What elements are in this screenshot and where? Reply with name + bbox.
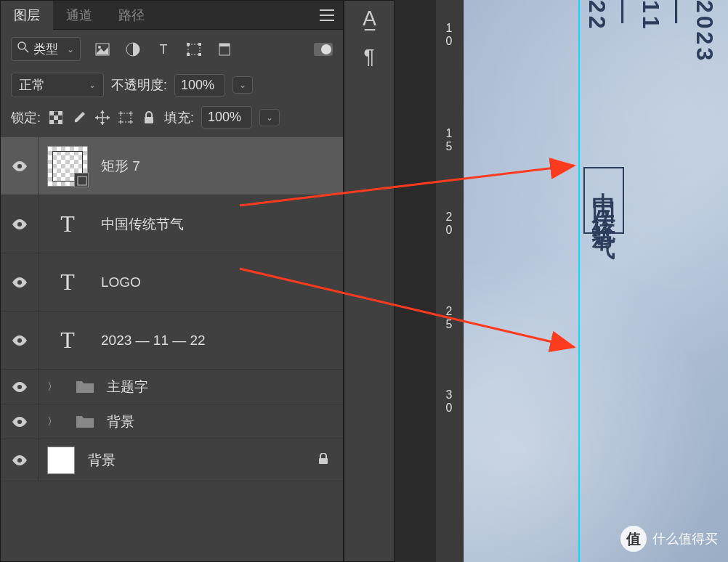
date-day: 22 (584, 0, 610, 32)
tool-strip: A̲ ¶ (344, 0, 395, 562)
shape-badge-icon (74, 173, 89, 187)
filter-type-icon[interactable]: T (155, 41, 172, 58)
svg-rect-19 (54, 115, 58, 120)
filter-smartobject-icon[interactable] (216, 41, 233, 58)
ruler-mark: 25 (435, 305, 463, 331)
svg-rect-20 (49, 120, 54, 124)
svg-text:T: T (160, 43, 168, 56)
svg-point-30 (17, 420, 22, 424)
visibility-icon[interactable] (12, 335, 27, 346)
svg-rect-21 (58, 120, 62, 124)
canvas-date-text[interactable]: 2023—11—22 (583, 0, 718, 63)
lock-icon[interactable] (318, 453, 328, 468)
layer-name[interactable]: 背景 (107, 412, 134, 431)
lock-transparency-icon[interactable] (48, 110, 64, 126)
filter-type-dropdown[interactable]: 类型 ⌄ (11, 37, 81, 61)
filter-adjustment-icon[interactable] (124, 41, 142, 58)
search-icon (17, 41, 29, 57)
opacity-input[interactable]: 100% (174, 74, 225, 97)
text-layer-icon: T (47, 320, 88, 361)
canvas[interactable]: 2023—11—22 中国传统节气 (464, 0, 728, 562)
filter-pixel-icon[interactable] (94, 41, 111, 58)
svg-rect-11 (198, 43, 201, 46)
svg-point-27 (17, 280, 22, 285)
svg-rect-22 (121, 113, 131, 122)
guide-line[interactable] (578, 0, 580, 562)
ruler-mark: 15 (435, 127, 463, 153)
visibility-icon[interactable] (12, 277, 27, 288)
tab-channels[interactable]: 通道 (53, 1, 105, 30)
layer-item-group2[interactable]: 〉 背景 (1, 404, 343, 439)
filter-type-label: 类型 (33, 41, 58, 57)
visibility-icon[interactable] (12, 219, 27, 229)
ruler-mark: 10 (435, 22, 463, 48)
svg-rect-32 (319, 458, 328, 464)
chevron-down-icon: ⌄ (89, 80, 96, 90)
lock-artboard-icon[interactable] (118, 110, 134, 126)
visibility-icon[interactable] (12, 161, 27, 171)
svg-point-28 (17, 338, 22, 343)
opacity-dropdown-icon[interactable]: ⌄ (232, 76, 253, 94)
svg-rect-12 (187, 53, 190, 56)
svg-rect-10 (187, 43, 190, 46)
blend-row: 正常 ⌄ 不透明度: 100% ⌄ (1, 68, 343, 102)
fill-label: 填充: (164, 109, 194, 126)
ruler-mark: 20 (435, 211, 463, 237)
panel-menu-icon[interactable] (320, 9, 334, 21)
filter-toggle[interactable] (314, 43, 333, 56)
folder-icon (76, 415, 94, 429)
layer-item-group1[interactable]: 〉 主题字 (1, 370, 343, 404)
lock-position-icon[interactable] (94, 110, 110, 126)
layer-item-logo[interactable]: T LOGO (1, 253, 343, 311)
layer-thumbnail[interactable] (47, 447, 75, 474)
lock-label: 锁定: (11, 109, 41, 126)
layer-name[interactable]: LOGO (101, 274, 141, 290)
filter-shape-icon[interactable] (185, 41, 203, 58)
svg-point-31 (17, 458, 22, 463)
layer-item-background[interactable]: 背景 (1, 439, 343, 481)
watermark-badge: 值 (620, 526, 647, 552)
layer-item-text1[interactable]: T 中国传统节气 (1, 195, 343, 253)
visibility-icon[interactable] (12, 382, 27, 392)
tab-paths[interactable]: 路径 (105, 1, 158, 30)
tab-layers[interactable]: 图层 (1, 1, 53, 30)
svg-rect-0 (320, 9, 334, 11)
date-month: 11 (638, 0, 664, 32)
svg-point-3 (18, 42, 25, 49)
svg-rect-15 (219, 44, 230, 46)
blend-mode-value: 正常 (19, 76, 45, 94)
fill-dropdown-icon[interactable]: ⌄ (259, 109, 280, 126)
layer-name[interactable]: 矩形 7 (101, 157, 140, 176)
ruler-vertical[interactable]: 10 15 20 25 30 (436, 0, 464, 562)
layer-name[interactable]: 主题字 (107, 378, 148, 396)
paragraph-icon[interactable]: ¶ (363, 45, 374, 68)
ruler-mark: 30 (435, 388, 463, 415)
layer-list: 矩形 7 T 中国传统节气 T LOGO T 2023 — 11 — 22 (1, 137, 343, 481)
layer-item-rect7[interactable]: 矩形 7 (1, 137, 343, 195)
svg-point-6 (98, 46, 101, 49)
layer-name[interactable]: 中国传统节气 (101, 215, 184, 234)
canvas-boxed-text[interactable]: 中国传统节气 (583, 167, 624, 234)
lock-all-icon[interactable] (141, 110, 157, 126)
expand-arrow-icon[interactable]: 〉 (47, 415, 57, 428)
layer-name[interactable]: 2023 — 11 — 22 (101, 333, 206, 349)
expand-arrow-icon[interactable]: 〉 (47, 380, 57, 394)
opacity-label: 不透明度: (111, 76, 167, 94)
layer-item-date[interactable]: T 2023 — 11 — 22 (1, 311, 343, 370)
svg-rect-1 (320, 15, 334, 16)
svg-rect-13 (198, 53, 201, 56)
layer-name[interactable]: 背景 (88, 451, 116, 470)
svg-point-26 (17, 222, 22, 227)
visibility-icon[interactable] (12, 455, 27, 465)
text-layer-icon: T (47, 204, 88, 245)
fill-input[interactable]: 100% (201, 106, 252, 129)
layers-panel: 图层 通道 路径 类型 ⌄ T (0, 0, 344, 562)
svg-line-4 (25, 49, 28, 52)
folder-icon (76, 380, 94, 394)
blend-mode-dropdown[interactable]: 正常 ⌄ (11, 73, 104, 97)
char-panel-icon[interactable]: A̲ (363, 7, 376, 30)
layer-thumbnail[interactable] (47, 146, 88, 187)
panel-tabs: 图层 通道 路径 (1, 1, 343, 30)
visibility-icon[interactable] (12, 417, 27, 427)
lock-brush-icon[interactable] (71, 110, 87, 126)
